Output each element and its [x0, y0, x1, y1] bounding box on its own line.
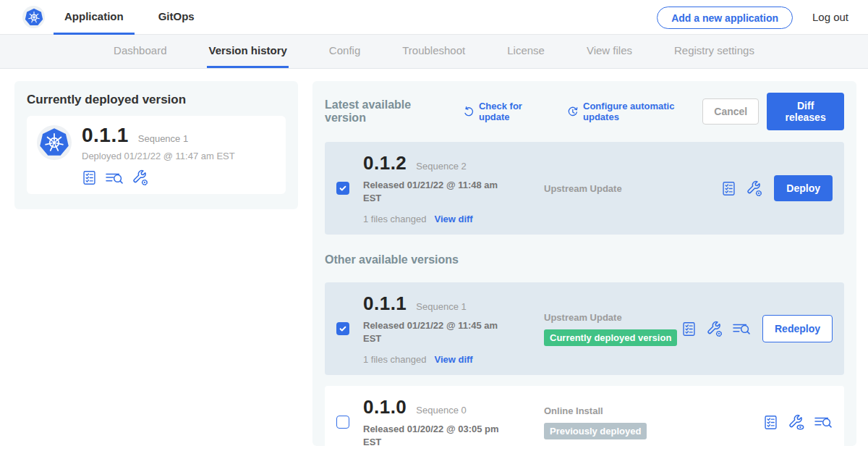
subnav-item-license[interactable]: License — [506, 35, 546, 68]
topnav-tabs: Application GitOps — [54, 0, 218, 35]
version-details: 0.1.1 Sequence 1 Released 01/21/22 @ 11:… — [363, 292, 508, 365]
deploy-button[interactable]: Deploy — [774, 175, 833, 201]
view-logs-icon[interactable] — [814, 414, 833, 430]
version-row-0-1-1: 0.1.1 Sequence 1 Released 01/21/22 @ 11:… — [325, 282, 844, 375]
refresh-icon — [463, 106, 475, 118]
edit-config-icon[interactable] — [746, 180, 762, 197]
deployed-version-card: 0.1.1 Sequence 1 Deployed 01/21/22 @ 11:… — [27, 116, 286, 194]
add-new-application-button[interactable]: Add a new application — [657, 7, 793, 29]
deployed-sequence-label: Sequence 1 — [138, 133, 188, 144]
kubernetes-app-icon — [37, 125, 72, 160]
subnav-item-troubleshoot[interactable]: Troubleshoot — [401, 35, 467, 68]
redeploy-button[interactable]: Redeploy — [762, 315, 833, 342]
deployed-timestamp: Deployed 01/21/22 @ 11:47 am EST — [82, 151, 235, 161]
released-timestamp: Released 01/21/22 @ 11:48 am EST — [363, 179, 501, 204]
edit-config-icon[interactable] — [706, 321, 723, 337]
source-label: Upstream Update — [544, 312, 681, 323]
latest-available-title: Latest available version — [325, 98, 445, 125]
top-navbar: Application GitOps Add a new application… — [0, 0, 868, 35]
tab-application[interactable]: Application — [54, 0, 135, 35]
version-source: Upstream Update — [508, 183, 721, 194]
source-label: Upstream Update — [544, 183, 721, 194]
other-available-versions-title: Other available versions — [325, 253, 844, 266]
preflight-checklist-icon[interactable] — [721, 180, 736, 197]
currently-deployed-card: Currently deployed version 0.1.1 Sequenc… — [14, 81, 298, 209]
edit-config-icon[interactable] — [132, 169, 148, 186]
source-label: Online Install — [544, 405, 763, 416]
preflight-checklist-icon[interactable] — [82, 169, 97, 186]
cancel-button[interactable]: Cancel — [702, 98, 759, 125]
released-timestamp: Released 01/20/22 @ 03:05 pm EST — [363, 423, 501, 448]
subnav-item-view-files[interactable]: View files — [585, 35, 634, 68]
version-actions: Deploy — [721, 175, 833, 201]
check-for-update-link[interactable]: Check for update — [463, 101, 549, 122]
kubernetes-logo-icon — [22, 6, 45, 28]
files-changed-label: 1 files changed — [363, 354, 426, 365]
version-details: 0.1.0 Sequence 0 Released 01/20/22 @ 03:… — [363, 396, 508, 448]
version-number: 0.1.2 — [363, 152, 407, 174]
view-diff-link[interactable]: View diff — [434, 214, 472, 224]
version-details: 0.1.2 Sequence 2 Released 01/21/22 @ 11:… — [363, 152, 508, 224]
preflight-checklist-icon[interactable] — [763, 414, 778, 431]
available-versions-header: Latest available version Check for updat… — [325, 93, 844, 130]
deploy-logs-icon[interactable] — [732, 321, 751, 337]
currently-deployed-title: Currently deployed version — [27, 93, 286, 107]
diff-releases-button[interactable]: Diff releases — [767, 93, 844, 130]
version-row-0-1-0: 0.1.0 Sequence 0 Released 01/20/22 @ 03:… — [325, 386, 844, 458]
schedule-update-icon — [567, 106, 579, 118]
version-source: Online Install Previously deployed — [508, 405, 763, 439]
logout-link[interactable]: Log out — [812, 0, 848, 35]
version-actions: Redeploy — [681, 315, 833, 342]
deployed-version-number: 0.1.1 — [82, 124, 129, 147]
previously-deployed-badge: Previously deployed — [544, 423, 647, 439]
version-checkbox-0-1-2[interactable] — [336, 182, 349, 195]
available-versions-panel: Latest available version Check for updat… — [312, 81, 856, 446]
version-source: Upstream Update Currently deployed versi… — [508, 312, 681, 346]
version-number: 0.1.0 — [363, 396, 407, 418]
version-actions — [763, 414, 833, 431]
app-subnav: Dashboard Version history Config Trouble… — [0, 35, 868, 69]
version-checkbox-0-1-0[interactable] — [336, 416, 349, 429]
sequence-label: Sequence 0 — [416, 405, 466, 416]
subnav-item-version-history[interactable]: Version history — [207, 35, 288, 68]
configure-automatic-updates-link[interactable]: Configure automatic updates — [567, 101, 702, 122]
version-row-0-1-2: 0.1.2 Sequence 2 Released 01/21/22 @ 11:… — [325, 142, 844, 235]
released-timestamp: Released 01/21/22 @ 11:45 am EST — [363, 319, 501, 345]
files-changed-label: 1 files changed — [363, 214, 426, 224]
sequence-label: Sequence 2 — [416, 161, 466, 172]
subnav-item-registry-settings[interactable]: Registry settings — [673, 35, 756, 68]
version-number: 0.1.1 — [363, 292, 407, 315]
view-config-icon[interactable] — [788, 414, 804, 431]
subnav-item-config[interactable]: Config — [328, 35, 362, 68]
currently-deployed-badge: Currently deployed version — [544, 329, 677, 346]
tab-gitops[interactable]: GitOps — [148, 0, 205, 35]
version-checkbox-0-1-1[interactable] — [336, 322, 349, 335]
view-diff-link[interactable]: View diff — [434, 354, 472, 365]
sequence-label: Sequence 1 — [416, 301, 466, 312]
preflight-checklist-icon[interactable] — [681, 321, 697, 337]
subnav-item-dashboard[interactable]: Dashboard — [112, 35, 168, 68]
deployed-version-info: 0.1.1 Sequence 1 Deployed 01/21/22 @ 11:… — [82, 124, 235, 186]
deploy-logs-icon[interactable] — [105, 170, 124, 186]
deployed-action-icons — [82, 169, 235, 186]
app-window: Application GitOps Add a new application… — [0, 0, 868, 459]
